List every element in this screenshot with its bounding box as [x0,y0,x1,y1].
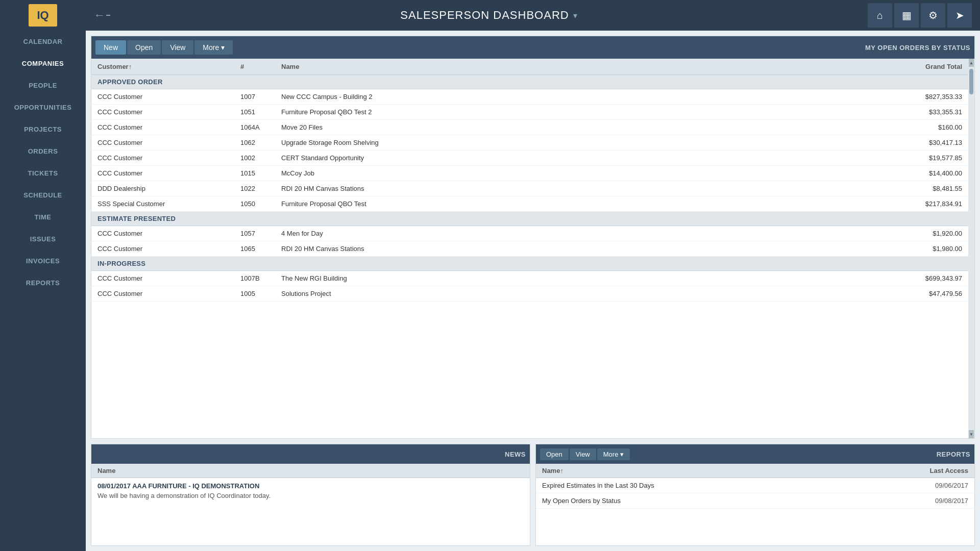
table-row[interactable]: CCC Customer 1051 Furniture Proposal QBO… [91,105,968,120]
table-row[interactable]: DDD Dealership 1022 RDI 20 HM Canvas Sta… [91,181,968,196]
cell-grand-total: $19,577.85 [870,154,962,162]
reports-body: Expired Estimates in the Last 30 Days 09… [536,478,974,509]
cell-grand-total: $47,479.56 [870,290,962,297]
logout-button[interactable]: ➤ [947,3,972,28]
table-row[interactable]: CCC Customer 1005 Solutions Project $47,… [91,286,968,302]
settings-button[interactable]: ⚙ [921,3,945,28]
table-row[interactable]: SSS Special Customer 1050 Furniture Prop… [91,196,968,212]
table-row[interactable]: CCC Customer 1065 RDI 20 HM Canvas Stati… [91,241,968,257]
orders-section: New Open View More ▾ MY OPEN ORDERS BY S… [91,36,975,439]
news-header: Name [91,464,530,478]
cell-name: Move 20 Files [281,123,870,131]
cell-number: 1022 [240,185,281,192]
orders-toolbar: New Open View More ▾ MY OPEN ORDERS BY S… [91,36,974,59]
orders-title: MY OPEN ORDERS BY STATUS [865,44,970,52]
reports-col-name[interactable]: Name↑ [542,467,887,474]
sidebar: IQ CALENDAR COMPANIES PEOPLE OPPORTUNITI… [0,0,86,551]
cell-number: 1050 [240,200,281,208]
sidebar-item-calendar[interactable]: CALENDAR [0,31,86,53]
cell-customer: CCC Customer [97,169,240,177]
gear-icon: ⚙ [928,9,938,21]
sidebar-item-schedule[interactable]: SCHEDULE [0,184,86,206]
table-body: APPROVED ORDER CCC Customer 1007 New CCC… [91,75,968,438]
chart-button[interactable]: ▦ [894,3,919,28]
dashboard-dropdown-icon[interactable]: ▾ [573,11,578,20]
cell-name: Upgrade Storage Room Shelving [281,139,870,146]
list-item[interactable]: My Open Orders by Status 09/08/2017 [536,493,974,509]
cell-name: McCoy Job [281,169,870,177]
more-button[interactable]: More ▾ [194,40,233,55]
news-title: NEWS [505,450,526,458]
chart-icon: ▦ [902,9,912,21]
cell-name: The New RGI Building [281,274,870,282]
scroll-down[interactable]: ▼ [969,430,974,438]
open-button[interactable]: Open [127,40,161,55]
cell-name: CERT Standard Opportunity [281,154,870,162]
cell-number: 1015 [240,169,281,177]
table-row[interactable]: CCC Customer 1057 4 Men for Day $1,920.0… [91,226,968,241]
cell-customer: SSS Special Customer [97,200,240,208]
reports-view-button[interactable]: View [570,448,596,460]
col-customer[interactable]: Customer↑ [97,63,240,70]
sidebar-item-orders[interactable]: ORDERS [0,140,86,162]
cell-number: 1007B [240,274,281,282]
cell-number: 1007 [240,93,281,101]
reports-toolbar: Open View More ▾ REPORTS [536,444,974,464]
table-row[interactable]: CCC Customer 1015 McCoy Job $14,400.00 [91,166,968,181]
cell-name: RDI 20 HM Canvas Stations [281,185,870,192]
sidebar-item-people[interactable]: PEOPLE [0,74,86,96]
sidebar-item-invoices[interactable]: INVOICES [0,250,86,272]
news-content: 08/01/2017 AAA FURNITURE - IQ DEMONSTRAT… [91,478,530,545]
report-last-access: 09/08/2017 [887,497,968,505]
cell-name: RDI 20 HM Canvas Stations [281,245,870,253]
scroll-thumb[interactable] [969,69,973,94]
table-row[interactable]: CCC Customer 1007B The New RGI Building … [91,271,968,286]
cell-customer: CCC Customer [97,93,240,101]
home-button[interactable]: ⌂ [868,3,892,28]
cell-name: New CCC Campus - Building 2 [281,93,870,101]
col-grand-total[interactable]: Grand Total [870,63,962,70]
cell-customer: CCC Customer [97,245,240,253]
table-row[interactable]: CCC Customer 1064A Move 20 Files $160.00 [91,120,968,135]
logout-icon: ➤ [955,9,964,21]
table-row[interactable]: CCC Customer 1062 Upgrade Storage Room S… [91,135,968,151]
sidebar-item-opportunities[interactable]: OPPORTUNITIES [0,96,86,118]
header-icons: ⌂ ▦ ⚙ ➤ [868,3,972,28]
reports-col-last-access[interactable]: Last Access [887,467,968,474]
scroll-up[interactable]: ▲ [969,59,974,67]
report-name: My Open Orders by Status [542,497,887,505]
reports-more-button[interactable]: More ▾ [597,448,630,460]
cell-number: 1065 [240,245,281,253]
col-number[interactable]: # [240,63,281,70]
news-toolbar: NEWS [91,444,530,464]
sidebar-item-reports[interactable]: REPORTS [0,272,86,294]
list-item[interactable]: Expired Estimates in the Last 30 Days 09… [536,478,974,493]
cell-customer: CCC Customer [97,230,240,237]
view-button[interactable]: View [162,40,193,55]
reports-open-button[interactable]: Open [540,448,569,460]
report-last-access: 09/06/2017 [887,482,968,489]
sidebar-item-tickets[interactable]: TICKETS [0,162,86,184]
news-section: NEWS Name 08/01/2017 AAA FURNITURE - IQ … [91,444,530,546]
bottom-section: NEWS Name 08/01/2017 AAA FURNITURE - IQ … [91,444,975,546]
cell-customer: CCC Customer [97,154,240,162]
group-header: APPROVED ORDER [91,75,968,89]
home-icon: ⌂ [877,10,883,21]
cell-number: 1051 [240,108,281,116]
cell-grand-total: $8,481.55 [870,185,962,192]
reports-title: REPORTS [937,450,970,458]
cell-number: 1002 [240,154,281,162]
cell-grand-total: $30,417.13 [870,139,962,146]
sidebar-item-companies[interactable]: COMPANIES [0,53,86,74]
col-name[interactable]: Name [281,63,870,70]
news-title-text[interactable]: 08/01/2017 AAA FURNITURE - IQ DEMONSTRAT… [97,482,524,490]
table-row[interactable]: CCC Customer 1007 New CCC Campus - Build… [91,89,968,105]
new-button[interactable]: New [95,40,126,55]
table-row[interactable]: CCC Customer 1002 CERT Standard Opportun… [91,151,968,166]
logo[interactable]: IQ [29,4,57,27]
sidebar-item-time[interactable]: TIME [0,206,86,228]
sidebar-item-projects[interactable]: PROJECTS [0,118,86,140]
back-button[interactable]: ← [94,9,110,22]
cell-customer: CCC Customer [97,123,240,131]
sidebar-item-issues[interactable]: ISSUES [0,228,86,250]
